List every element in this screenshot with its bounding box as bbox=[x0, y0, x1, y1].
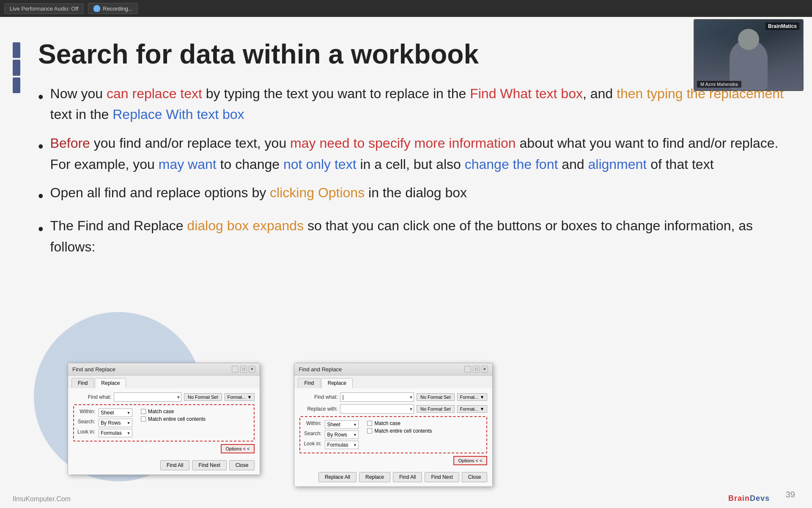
dialog2-replace-row: Replace with: ▼ No Format Set Format... … bbox=[299, 404, 487, 414]
span-replace-text: can replace text bbox=[107, 86, 202, 101]
dialog2-find-format-btn[interactable]: No Format Set bbox=[417, 393, 455, 401]
webcam-brand-logo: BrainMatics bbox=[765, 22, 799, 30]
dialog2-replace-btn[interactable]: Replace bbox=[359, 472, 390, 482]
recording-btn[interactable]: Recording... bbox=[88, 3, 138, 14]
bullet-text-2: Before you find and/or replace text, you… bbox=[50, 133, 787, 175]
dialog1-lookin-select[interactable]: Formulas ▼ bbox=[99, 429, 132, 437]
dialog2-find-next-btn[interactable]: Find Next bbox=[425, 472, 459, 482]
dialog1-find-next-btn[interactable]: Find Next bbox=[192, 460, 226, 470]
dialog1-close-btn[interactable]: Close bbox=[229, 460, 255, 470]
dialog2-find-format-label: Format... bbox=[460, 395, 479, 400]
dialog1-match-case-checkbox[interactable] bbox=[141, 409, 146, 414]
dialog1-find-input-container: ▼ bbox=[114, 392, 181, 402]
dialog1-search-value: By Rows bbox=[101, 420, 121, 426]
dialog1-format-btn[interactable]: No Format Set bbox=[184, 393, 222, 401]
dialog2-find-format-dropdown[interactable]: Format... ▼ bbox=[457, 393, 488, 401]
bullet-dot-4: • bbox=[38, 217, 44, 241]
dialog1-within-value: Sheet bbox=[101, 410, 114, 416]
dialog1-search-arrow: ▼ bbox=[127, 421, 130, 425]
dialog1-within-select[interactable]: Sheet ▼ bbox=[99, 409, 132, 417]
devs-text: Devs bbox=[750, 494, 770, 502]
dialog1-find-row: Find what: ▼ No Format Set Format... ▼ bbox=[73, 392, 255, 402]
dialog2-find-all-btn[interactable]: Find All bbox=[393, 472, 422, 482]
dialog1-tab-replace[interactable]: Replace bbox=[95, 378, 126, 388]
watermark: IlmuKomputer.Com bbox=[13, 495, 71, 503]
dialog2-body: Find what: ▼ No Format Set Format... ▼ R… bbox=[294, 388, 492, 469]
dialog1-tab-find[interactable]: Find bbox=[71, 378, 94, 388]
dialog1-find-all-btn[interactable]: Find All bbox=[160, 460, 189, 470]
span-may-need: may need to specify more information bbox=[290, 135, 516, 151]
dialog1-within-label: Within: bbox=[77, 409, 95, 417]
webcam-bg: BrainMatics M Azmi Mahendra bbox=[694, 20, 803, 90]
dialog1-match-case-label: Match case bbox=[148, 409, 174, 414]
dialog2-within-select[interactable]: Sheet ▼ bbox=[325, 420, 359, 429]
dialog1-find-input[interactable] bbox=[114, 392, 181, 402]
dialog2-close-x[interactable]: ✕ bbox=[481, 366, 488, 373]
dialog1-minimize[interactable] bbox=[232, 366, 239, 373]
dialog2-options-btn[interactable]: Options < < bbox=[453, 456, 488, 465]
bullet-dot-3: • bbox=[38, 184, 44, 208]
dialog2-replace-input[interactable] bbox=[340, 404, 414, 414]
dialog2-find-label: Find what: bbox=[299, 394, 337, 400]
dialog1-maximize[interactable]: □ bbox=[240, 366, 247, 373]
bullet-4: • The Find and Replace dialog box expand… bbox=[38, 215, 787, 257]
span-may-want: may want bbox=[159, 157, 217, 172]
dialog2-match-case-label: Match case bbox=[374, 420, 400, 426]
dialog2-footer: Replace All Replace Find All Find Next C… bbox=[294, 469, 492, 486]
dialog1-match-cell-label: Match entire cell contents bbox=[148, 416, 206, 422]
dialog1-find-label: Find what: bbox=[73, 394, 111, 400]
dialog2-find-input-container: ▼ bbox=[340, 392, 414, 402]
dialog2-match-cell-checkbox[interactable] bbox=[367, 428, 372, 433]
braindevs-logo: BrainDevs bbox=[728, 494, 770, 503]
dialog2-options-grid: Within: Sheet ▼ Search: By Rows ▼ Look i… bbox=[304, 420, 359, 449]
dialog2-lookin-label: Look in: bbox=[304, 441, 321, 449]
bullet-text-3: Open all find and replace options by cli… bbox=[50, 182, 787, 204]
dialog2-options-area: Within: Sheet ▼ Search: By Rows ▼ Look i… bbox=[304, 420, 483, 449]
dialog1-lookin-label: Look in: bbox=[77, 429, 95, 437]
dialog2-replace-all-btn[interactable]: Replace All bbox=[318, 472, 357, 482]
bullet-dot-1: • bbox=[38, 85, 44, 109]
span-clicking-options: clicking Options bbox=[270, 185, 365, 200]
slide-title: Search for data within a workbook bbox=[38, 38, 787, 71]
dialog1-match-cell-checkbox[interactable] bbox=[141, 417, 146, 422]
dialog2-controls: □ ✕ bbox=[464, 366, 488, 373]
accent-seg-3 bbox=[13, 77, 20, 93]
dialog1-options-area: Within: Sheet ▼ Search: By Rows ▼ bbox=[77, 409, 250, 437]
dialog2-find-input[interactable] bbox=[340, 392, 414, 402]
dialog2-titlebar: Find and Replace □ ✕ bbox=[294, 363, 492, 375]
dialog1-options-btn[interactable]: Options < < bbox=[221, 444, 255, 453]
dialog1: Find and Replace □ ✕ Find Replace Find w… bbox=[68, 363, 260, 475]
dialog1-input-arrow: ▼ bbox=[176, 395, 181, 400]
dialog2-replace-format-dropdown[interactable]: Format... ▼ bbox=[457, 405, 488, 413]
dialog2-maximize[interactable]: □ bbox=[473, 366, 480, 373]
dialog2-search-arrow: ▼ bbox=[354, 433, 357, 437]
dialog1-search-select[interactable]: By Rows ▼ bbox=[99, 419, 132, 427]
live-audio-btn[interactable]: Live Performance Audio: Off bbox=[4, 3, 84, 14]
bullet-1: • Now you can replace text by typing the… bbox=[38, 83, 787, 125]
dialog1-format-dropdown[interactable]: Format... ▼ bbox=[225, 393, 255, 401]
accent-seg-2 bbox=[13, 60, 20, 75]
dialog2-replace-format-btn[interactable]: No Format Set bbox=[417, 405, 455, 413]
dialog2-match-case-checkbox[interactable] bbox=[367, 421, 372, 426]
bullet-3: • Open all find and replace options by c… bbox=[38, 182, 787, 208]
bullet-dot-2: • bbox=[38, 135, 44, 158]
span-dialog-expands: dialog box expands bbox=[187, 218, 304, 233]
dialog1-options-box: Within: Sheet ▼ Search: By Rows ▼ bbox=[73, 404, 255, 442]
dialog2-lookin-arrow: ▼ bbox=[354, 443, 357, 447]
dialog2-lookin-select[interactable]: Formulas ▼ bbox=[325, 441, 359, 449]
dialog2-tab-find[interactable]: Find bbox=[298, 378, 320, 388]
dialog1-format-dropdown-label: Format... bbox=[228, 395, 246, 400]
dialog1-lookin-arrow: ▼ bbox=[127, 431, 130, 435]
dialog2-close-btn[interactable]: Close bbox=[462, 472, 488, 482]
dialog2-minimize[interactable] bbox=[464, 366, 471, 373]
dialog1-title: Find and Replace bbox=[72, 366, 115, 373]
person-head bbox=[738, 29, 759, 50]
dialog2-replace-input-container: ▼ bbox=[340, 404, 414, 414]
dialog2-find-format-arrow: ▼ bbox=[480, 395, 485, 400]
accent-seg-1 bbox=[13, 42, 20, 58]
webcam-overlay: BrainMatics M Azmi Mahendra bbox=[694, 19, 804, 91]
dialog2-search-select[interactable]: By Rows ▼ bbox=[325, 431, 359, 439]
bullets-container: • Now you can replace text by typing the… bbox=[38, 83, 787, 257]
dialog1-close[interactable]: ✕ bbox=[249, 366, 255, 373]
dialog2-tab-replace[interactable]: Replace bbox=[321, 378, 353, 388]
